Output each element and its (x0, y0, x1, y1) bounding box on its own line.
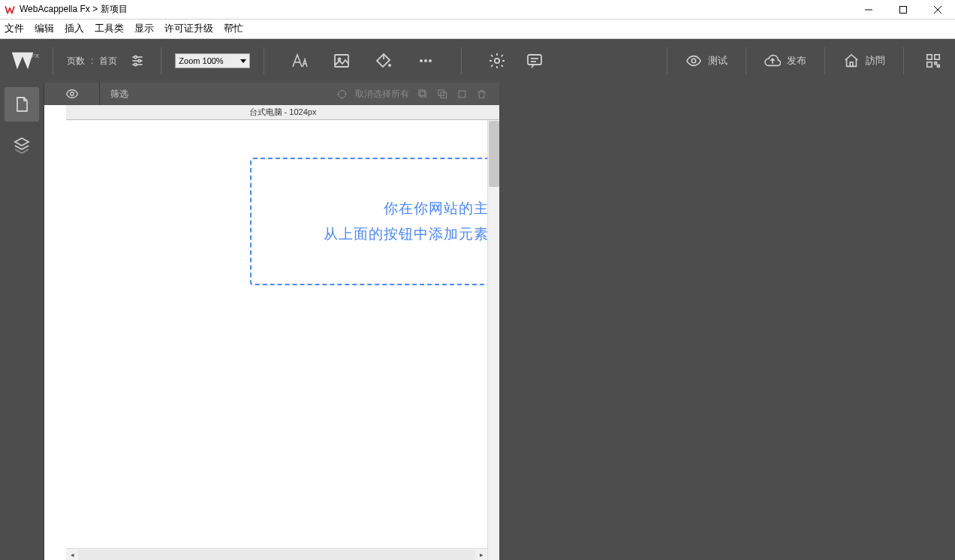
toolbar-separator (667, 47, 667, 74)
page-settings-icon[interactable] (128, 51, 147, 71)
canvas[interactable]: 你在你网站的主页上。 从上面的按钮中添加元素，开始构建它。 ◂ ▸ (66, 120, 499, 560)
svg-point-28 (338, 90, 345, 98)
zoom-select[interactable]: Zoom 100% (175, 53, 250, 68)
current-page-name[interactable]: 首页 (99, 55, 117, 68)
maximize-button[interactable] (886, 0, 920, 20)
paint-bucket-icon[interactable] (374, 51, 393, 71)
chevron-down-icon (240, 59, 246, 63)
editor: 台式电脑 - 1024px 你在你网站的主页上。 从上面的按钮中添加元素，开始构… (44, 105, 499, 560)
svg-rect-25 (935, 62, 937, 65)
toolbar-separator (824, 47, 825, 74)
editor-gutter (44, 105, 66, 560)
toolbar-insert-group (272, 51, 453, 71)
chat-icon[interactable] (525, 51, 544, 71)
svg-rect-17 (528, 55, 541, 65)
body: 筛选 取消选择所有 (0, 83, 955, 560)
menu-file[interactable]: 文件 (5, 23, 24, 35)
menu-tools[interactable]: 工具类 (95, 23, 124, 35)
close-button[interactable] (920, 0, 955, 20)
visit-label: 訪問 (866, 54, 885, 68)
vertical-scrollbar-thumb[interactable] (489, 121, 499, 187)
placeholder-line-2: 从上面的按钮中添加元素，开始构建它。 (324, 221, 500, 247)
text-icon[interactable] (290, 51, 309, 71)
placeholder-line-1: 你在你网站的主页上。 (384, 196, 500, 221)
sidebar-layers-button[interactable] (5, 128, 39, 162)
more-icon[interactable] (416, 51, 435, 71)
toolbar-settings-group (469, 51, 562, 71)
menubar: 文件 编辑 插入 工具类 显示 许可证升级 帮忙 (0, 20, 955, 39)
publish-button[interactable]: 发布 (754, 53, 817, 69)
copy-front-icon[interactable] (417, 88, 429, 100)
preview-label: 测试 (708, 54, 728, 68)
pages-separator: : (91, 56, 93, 66)
svg-rect-34 (418, 89, 424, 95)
toolbar-logo: FX (0, 48, 45, 74)
svg-rect-37 (459, 91, 465, 98)
qr-button[interactable] (911, 53, 955, 69)
zoom-value: Zoom 100% (179, 56, 223, 65)
pages-label: 页数 (67, 55, 85, 68)
svg-point-14 (424, 59, 427, 62)
filterbar-actions: 取消选择所有 (336, 88, 499, 101)
left-sidebar (0, 83, 44, 560)
canvas-wrap: 台式电脑 - 1024px 你在你网站的主页上。 从上面的按钮中添加元素，开始构… (66, 105, 499, 560)
menu-display[interactable]: 显示 (134, 23, 154, 35)
minimize-button[interactable] (851, 0, 886, 20)
target-icon[interactable] (336, 88, 348, 100)
svg-point-12 (388, 64, 391, 67)
horizontal-scrollbar[interactable]: ◂ ▸ (66, 548, 487, 560)
gear-icon[interactable] (487, 51, 507, 71)
horizontal-scrollbar-thumb[interactable] (78, 549, 475, 560)
filterbar: 筛选 取消选择所有 (44, 83, 499, 105)
svg-point-8 (138, 59, 140, 62)
visibility-toggle[interactable] (44, 83, 100, 105)
sidebar-page-button[interactable] (5, 87, 39, 122)
menu-insert[interactable]: 插入 (65, 23, 84, 35)
toolbar-separator (746, 47, 746, 74)
toolbar-separator (161, 47, 161, 74)
preview-button[interactable]: 测试 (675, 53, 738, 69)
visit-button[interactable]: 訪問 (833, 53, 896, 69)
toolbar-separator (264, 47, 264, 74)
svg-point-13 (420, 59, 423, 62)
publish-label: 发布 (787, 54, 806, 68)
right-panel (499, 83, 955, 560)
svg-rect-1 (900, 6, 907, 13)
filter-label[interactable]: 筛选 (100, 88, 139, 101)
svg-rect-26 (938, 65, 940, 68)
svg-point-16 (495, 59, 499, 63)
svg-point-7 (134, 56, 137, 58)
svg-rect-21 (850, 62, 853, 67)
breakpoint-label: 台式电脑 - 1024px (249, 107, 317, 118)
toolbar-separator (903, 47, 904, 74)
menu-edit[interactable]: 编辑 (35, 23, 54, 35)
logo-fx-badge: FX (32, 53, 39, 59)
svg-rect-35 (438, 89, 444, 95)
duplicate-icon[interactable] (456, 88, 468, 100)
menu-license[interactable]: 许可证升级 (164, 23, 213, 35)
horizontal-scrollbar-track[interactable] (78, 549, 475, 560)
svg-rect-33 (420, 91, 426, 97)
toolbar: FX 页数 : 首页 Zoom 100% (0, 39, 955, 83)
scroll-right-arrow-icon[interactable]: ▸ (475, 549, 487, 561)
toolbar-right: 测试 发布 訪問 (659, 47, 955, 74)
toolbar-separator (461, 47, 462, 74)
window-controls (851, 0, 955, 20)
empty-page-placeholder: 你在你网站的主页上。 从上面的按钮中添加元素，开始构建它。 (250, 158, 499, 285)
titlebar: WebAcappella Fx > 新项目 (0, 0, 955, 20)
page-surface: 你在你网站的主页上。 从上面的按钮中添加元素，开始构建它。 (66, 120, 499, 323)
delete-icon[interactable] (475, 88, 487, 100)
toolbar-pages: 页数 : 首页 (61, 51, 153, 71)
copy-back-icon[interactable] (436, 88, 448, 100)
scroll-left-arrow-icon[interactable]: ◂ (66, 549, 78, 561)
vertical-scrollbar[interactable] (487, 120, 499, 560)
image-icon[interactable] (332, 51, 351, 71)
toolbar-separator (53, 47, 53, 74)
svg-point-9 (134, 63, 137, 65)
window-title: WebAcappella Fx > 新项目 (20, 3, 128, 16)
breakpoint-bar[interactable]: 台式电脑 - 1024px (66, 105, 499, 120)
svg-rect-24 (927, 62, 932, 67)
menu-help[interactable]: 帮忙 (224, 23, 243, 35)
app-logo-icon (5, 5, 15, 15)
deselect-all-button[interactable]: 取消选择所有 (355, 88, 409, 101)
